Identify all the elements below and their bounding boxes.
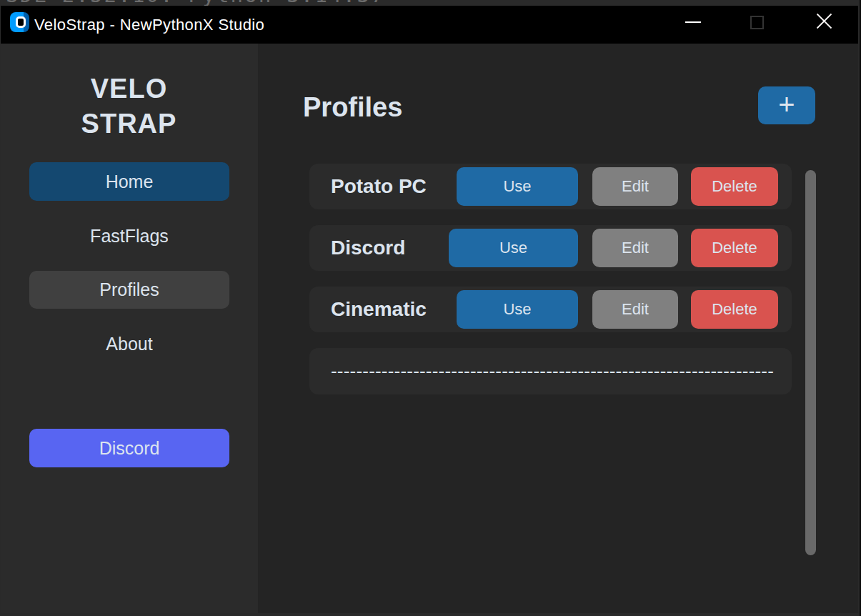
sidebar-item-home[interactable]: Home bbox=[29, 162, 229, 201]
app-window: SDL 2:52:10: Python 3.14.37 VeloStrap - … bbox=[0, 0, 861, 616]
sidebar-item-fastflags[interactable]: FastFlags bbox=[29, 217, 229, 255]
profile-name: Cinematic bbox=[331, 287, 427, 332]
app-icon bbox=[10, 12, 29, 32]
close-icon[interactable] bbox=[816, 13, 832, 29]
separator-row: ----------------------------------------… bbox=[309, 348, 792, 394]
titlebar: VeloStrap - NewPythonX Studio bbox=[0, 6, 860, 44]
minimize-icon[interactable] bbox=[685, 21, 701, 23]
profile-row: DiscordUseEditDelete bbox=[309, 225, 792, 271]
background-window-strip: SDL 2:52:10: Python 3.14.37 bbox=[0, 0, 860, 6]
profiles-list: Potato PCUseEditDeleteDiscordUseEditDele… bbox=[258, 44, 858, 616]
logo-line2: STRAP bbox=[0, 106, 258, 141]
delete-button[interactable]: Delete bbox=[691, 229, 778, 267]
sidebar-item-profiles[interactable]: Profiles bbox=[29, 271, 229, 309]
main-content: Profiles + Potato PCUseEditDeleteDiscord… bbox=[258, 44, 858, 616]
app-icon-ring bbox=[16, 16, 26, 28]
sidebar-item-about[interactable]: About bbox=[29, 324, 229, 363]
profile-row: Potato PCUseEditDelete bbox=[309, 164, 792, 209]
delete-button[interactable]: Delete bbox=[691, 290, 778, 329]
window-bottom-edge bbox=[0, 613, 860, 616]
window-left-edge bbox=[0, 6, 1, 616]
discord-button[interactable]: Discord bbox=[29, 429, 229, 467]
use-button[interactable]: Use bbox=[449, 229, 578, 267]
profile-name: Discord bbox=[331, 225, 405, 271]
logo-line1: VELO bbox=[0, 71, 258, 106]
use-button[interactable]: Use bbox=[457, 290, 578, 329]
scrollbar-thumb[interactable] bbox=[805, 170, 816, 555]
edit-button[interactable]: Edit bbox=[592, 229, 678, 267]
edit-button[interactable]: Edit bbox=[592, 167, 678, 206]
profile-row: CinematicUseEditDelete bbox=[309, 287, 792, 332]
delete-button[interactable]: Delete bbox=[691, 167, 778, 206]
window-title: VeloStrap - NewPythonX Studio bbox=[34, 6, 264, 44]
maximize-icon[interactable] bbox=[750, 16, 764, 29]
background-window-text: SDL 2:52:10: Python 3.14.37 bbox=[6, 0, 385, 6]
sidebar: VELO STRAP Home FastFlags Profiles About… bbox=[0, 44, 258, 616]
app-logo: VELO STRAP bbox=[0, 71, 258, 141]
edit-button[interactable]: Edit bbox=[592, 290, 678, 329]
use-button[interactable]: Use bbox=[457, 167, 578, 206]
separator-text: ----------------------------------------… bbox=[331, 348, 774, 394]
profile-name: Potato PC bbox=[331, 164, 427, 209]
